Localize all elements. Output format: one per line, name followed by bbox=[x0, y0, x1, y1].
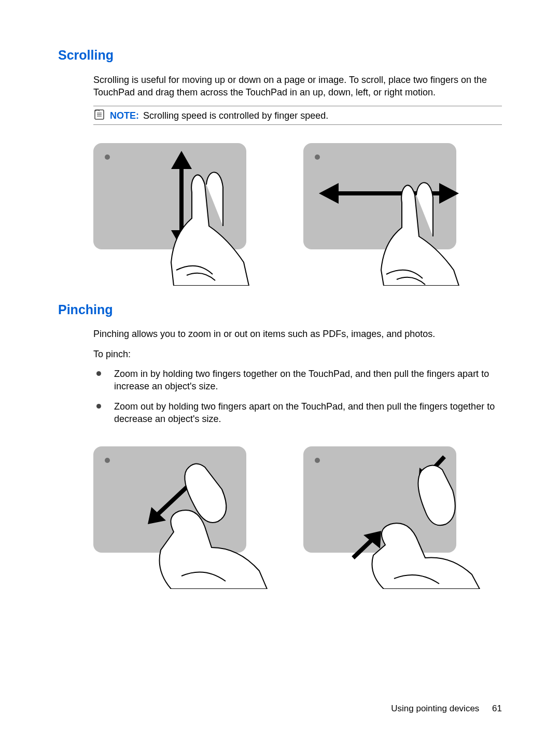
scrolling-paragraph: Scrolling is useful for moving up or dow… bbox=[93, 74, 502, 99]
note-text: Scrolling speed is controlled by finger … bbox=[143, 110, 328, 121]
pinching-paragraph1: Pinching allows you to zoom in or out on… bbox=[93, 328, 502, 340]
footer-page-number: 61 bbox=[492, 704, 502, 713]
pinching-bullet-list: Zoom in by holding two fingers together … bbox=[93, 368, 502, 425]
heading-scrolling: Scrolling bbox=[58, 47, 502, 64]
scrolling-figures bbox=[93, 135, 502, 286]
heading-pinching: Pinching bbox=[58, 301, 502, 319]
page-footer: Using pointing devices 61 bbox=[391, 703, 502, 715]
list-item: Zoom in by holding two fingers together … bbox=[93, 368, 502, 393]
svg-marker-9 bbox=[439, 183, 459, 204]
pinching-figures bbox=[93, 439, 502, 589]
footer-section-title: Using pointing devices bbox=[391, 704, 479, 713]
svg-marker-5 bbox=[171, 151, 192, 169]
pinching-paragraph2: To pinch: bbox=[93, 348, 502, 360]
note-icon bbox=[93, 108, 106, 121]
svg-marker-8 bbox=[319, 183, 339, 204]
figure-scroll-horizontal bbox=[303, 135, 487, 286]
note-label: NOTE: bbox=[110, 110, 139, 121]
figure-pinch-zoom-out bbox=[303, 439, 487, 589]
note-block: NOTE:Scrolling speed is controlled by fi… bbox=[93, 106, 502, 124]
figure-pinch-zoom-in bbox=[93, 439, 277, 589]
list-item: Zoom out by holding two fingers apart on… bbox=[93, 400, 502, 426]
figure-scroll-vertical bbox=[93, 135, 277, 286]
